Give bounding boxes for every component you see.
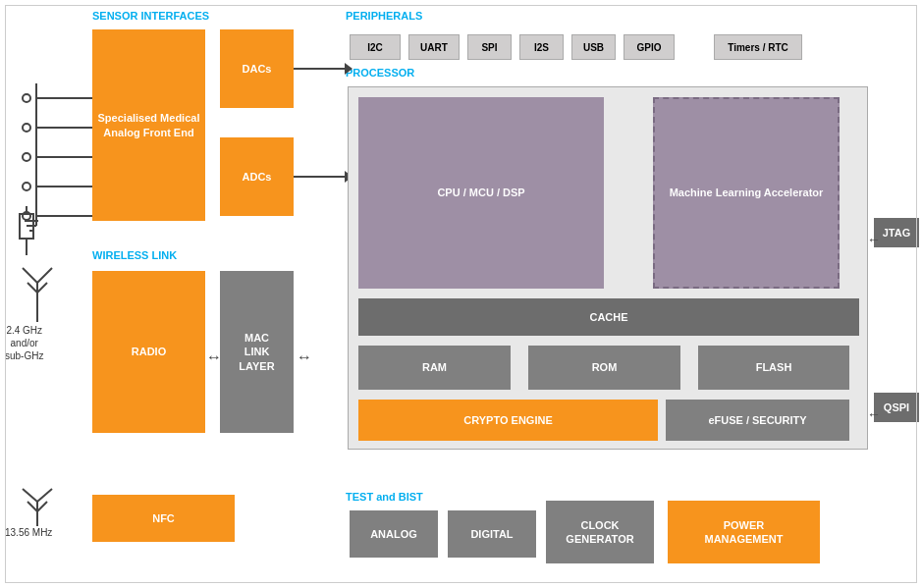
diagram: SENSOR INTERFACES WIRELESS LINK PERIPHER… bbox=[0, 0, 922, 588]
svg-line-3 bbox=[27, 283, 37, 293]
efuse-security-box: eFUSE / SECURITY bbox=[666, 400, 849, 441]
jtag-arrow: ← bbox=[867, 232, 881, 247]
svg-line-25 bbox=[37, 489, 52, 502]
crypto-engine-box: CRYPTO ENGINE bbox=[358, 400, 658, 441]
svg-point-14 bbox=[23, 183, 30, 190]
antenna-nfc bbox=[18, 487, 57, 530]
processor-label: PROCESSOR bbox=[346, 67, 414, 79]
nfc-box: NFC bbox=[92, 495, 235, 542]
power-management-box: POWER MANAGEMENT bbox=[668, 501, 820, 563]
mac-proc-arrow: ↔ bbox=[297, 348, 312, 366]
dacs-arrowhead bbox=[345, 63, 353, 75]
freq-nfc-label: 13.56 MHz bbox=[5, 527, 52, 538]
ram-box: RAM bbox=[358, 346, 511, 390]
svg-point-13 bbox=[23, 153, 30, 161]
svg-line-24 bbox=[23, 489, 37, 502]
analog-front-end: Specialised Medical Analog Front End bbox=[92, 29, 205, 221]
svg-line-4 bbox=[37, 283, 47, 293]
svg-line-1 bbox=[23, 268, 37, 283]
qspi-arrow: ← bbox=[867, 406, 881, 422]
peripherals-label: PERIPHERALS bbox=[346, 10, 422, 22]
peripheral-uart: UART bbox=[408, 34, 460, 60]
arrow-adcs-right bbox=[294, 176, 348, 178]
adcs-box: ADCs bbox=[220, 137, 294, 216]
antenna-24ghz bbox=[18, 263, 57, 326]
mac-link-layer-box: MAC LINK LAYER bbox=[220, 271, 294, 433]
svg-point-12 bbox=[23, 124, 30, 132]
peripheral-timers: Timers / RTC bbox=[714, 34, 802, 60]
test-digital-box: DIGITAL bbox=[448, 510, 536, 558]
svg-line-2 bbox=[37, 268, 52, 283]
sensor-interfaces-label: SENSOR INTERFACES bbox=[92, 10, 209, 22]
radio-mac-arrow: ↔ bbox=[206, 348, 222, 366]
cache-box: CACHE bbox=[358, 298, 859, 336]
freq-24ghz-label: 2.4 GHzand/orsub-GHz bbox=[5, 324, 43, 362]
svg-rect-21 bbox=[20, 214, 33, 239]
processor-container: CPU / MCU / DSP Machine Learning Acceler… bbox=[348, 86, 868, 450]
resistor-symbol bbox=[16, 206, 37, 259]
peripheral-spi: SPI bbox=[467, 34, 512, 60]
wireless-link-label: WIRELESS LINK bbox=[92, 249, 177, 261]
svg-line-27 bbox=[37, 502, 47, 511]
svg-point-11 bbox=[23, 94, 30, 102]
cpu-mcu-dsp-box: CPU / MCU / DSP bbox=[358, 97, 604, 289]
test-bist-label: TEST and BIST bbox=[346, 491, 423, 503]
flash-box: FLASH bbox=[698, 346, 849, 390]
peripheral-i2s: I2S bbox=[519, 34, 564, 60]
test-analog-box: ANALOG bbox=[350, 510, 438, 558]
svg-line-26 bbox=[27, 502, 37, 511]
arrow-dacs-right bbox=[294, 68, 348, 70]
dacs-box: DACs bbox=[220, 29, 294, 108]
peripheral-i2c: I2C bbox=[350, 34, 401, 60]
ml-accelerator-box: Machine Learning Accelerator bbox=[653, 97, 840, 289]
peripheral-usb: USB bbox=[571, 34, 616, 60]
clock-generator-box: CLOCK GENERATOR bbox=[546, 501, 654, 563]
peripheral-gpio: GPIO bbox=[624, 34, 675, 60]
radio-box: RADIO bbox=[92, 271, 205, 433]
rom-box: ROM bbox=[528, 346, 680, 390]
